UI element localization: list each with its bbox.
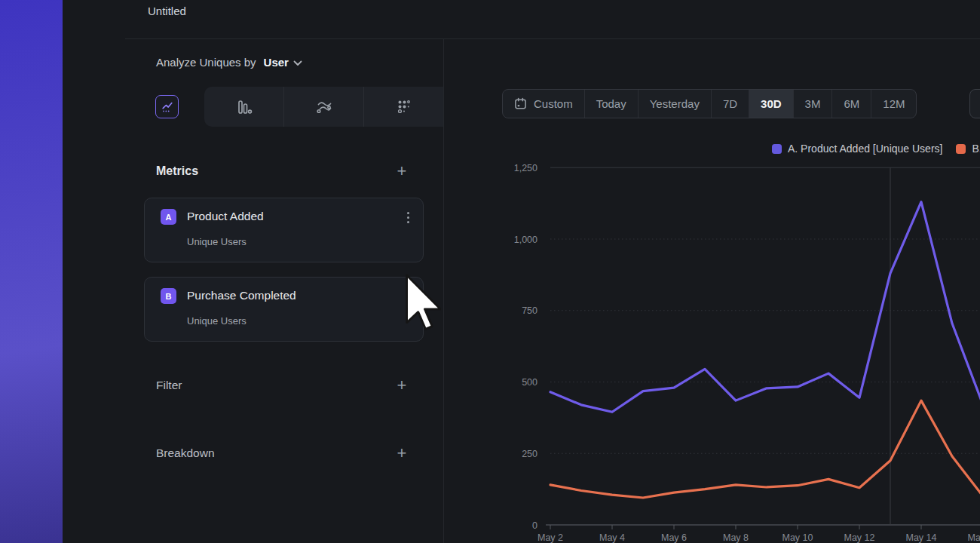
analyze-value: User: [264, 56, 289, 69]
range-custom[interactable]: Custom: [503, 90, 584, 118]
flow-icon: [315, 98, 333, 116]
range-label: 3M: [805, 97, 821, 110]
svg-text:May 10: May 10: [782, 532, 813, 543]
svg-text:May 6: May 6: [661, 532, 687, 543]
range-3m[interactable]: 3M: [793, 90, 832, 118]
bar-chart-icon: [235, 98, 253, 116]
legend-label: B. Purchase Completed [Unique Users]: [972, 143, 980, 155]
range-label: 7D: [723, 97, 737, 110]
svg-text:750: 750: [522, 305, 537, 316]
filter-section-title: Filter: [156, 379, 182, 392]
analyze-label: Analyze Uniques by: [156, 56, 256, 69]
legend-swatch-purple: [772, 144, 782, 154]
svg-text:May 16: May 16: [968, 532, 980, 543]
svg-text:500: 500: [522, 377, 537, 388]
app-window: Untitled Analyze Uniques by User: [63, 0, 980, 543]
svg-text:May 14: May 14: [906, 532, 937, 543]
tab-flow[interactable]: [283, 87, 363, 127]
range-7d[interactable]: 7D: [711, 90, 749, 118]
range-label: Yesterday: [650, 97, 700, 110]
svg-text:May 8: May 8: [723, 532, 749, 543]
breakdown-section-title: Breakdown: [156, 446, 215, 460]
metric-badge-b: B: [161, 288, 176, 304]
chart-canvas: 02505007501,0001,250May 2May 4May 6May 8…: [443, 155, 980, 543]
add-metric-button[interactable]: +: [395, 164, 409, 179]
screen: { "window": { "title": "Untitled" }, "si…: [0, 0, 980, 543]
range-today[interactable]: Today: [584, 90, 638, 118]
chevron-down-icon: [293, 60, 302, 66]
metric-name: Purchase Completed: [187, 289, 296, 302]
grid-dots-icon: [395, 98, 413, 116]
legend-item-purchase-completed[interactable]: B. Purchase Completed [Unique Users]: [956, 143, 980, 155]
metrics-section-title: Metrics: [156, 164, 198, 178]
range-6m[interactable]: 6M: [831, 90, 871, 118]
range-12m[interactable]: 12M: [871, 90, 916, 118]
analyze-uniques-dropdown[interactable]: Analyze Uniques by User: [156, 56, 302, 69]
time-range-group: Custom Today Yesterday 7D 30D 3M 6M 12M: [502, 89, 917, 118]
header-divider: [125, 38, 980, 39]
metric-badge-a: A: [161, 209, 176, 225]
tab-grid-dots[interactable]: [363, 87, 443, 127]
range-yesterday[interactable]: Yesterday: [638, 90, 711, 118]
metric-menu-button[interactable]: [406, 210, 411, 225]
line-chart-icon: [160, 100, 175, 115]
metric-name: Product Added: [187, 210, 264, 223]
legend-swatch-orange: [956, 144, 966, 154]
tab-line-chart[interactable]: [155, 95, 179, 118]
metric-subtitle: Unique Users: [187, 236, 247, 247]
range-label: 30D: [761, 97, 782, 110]
calendar-icon: [514, 97, 527, 110]
legend-item-product-added[interactable]: A. Product Added [Unique Users]: [772, 143, 942, 155]
metric-menu-button[interactable]: [406, 290, 411, 304]
range-30d[interactable]: 30D: [749, 90, 793, 118]
svg-text:May 12: May 12: [844, 532, 875, 543]
svg-text:May 2: May 2: [537, 532, 563, 543]
range-label: 12M: [883, 97, 905, 110]
report-title[interactable]: Untitled: [148, 5, 186, 17]
metric-card-purchase-completed[interactable]: B Purchase Completed Unique Users: [144, 277, 424, 342]
add-breakdown-button[interactable]: +: [395, 446, 409, 461]
add-filter-button[interactable]: +: [395, 378, 409, 393]
line-chart: 02505007501,0001,250May 2May 4May 6May 8…: [443, 155, 980, 543]
legend-label: A. Product Added [Unique Users]: [788, 143, 942, 155]
svg-text:1,000: 1,000: [514, 235, 537, 245]
range-label: Today: [596, 97, 626, 110]
svg-text:May 4: May 4: [599, 532, 625, 543]
svg-text:0: 0: [532, 520, 537, 531]
range-label: 6M: [844, 97, 859, 110]
metric-card-product-added[interactable]: A Product Added Unique Users: [144, 198, 424, 262]
range-label: Custom: [534, 97, 573, 110]
metric-subtitle: Unique Users: [187, 315, 247, 327]
tab-bar-chart[interactable]: [204, 87, 283, 127]
svg-text:1,250: 1,250: [514, 163, 537, 173]
chart-legend: A. Product Added [Unique Users] B. Purch…: [772, 143, 980, 155]
view-tabs-strip: [204, 87, 443, 127]
svg-text:250: 250: [522, 449, 537, 459]
compare-button[interactable]: Compare: [969, 89, 980, 118]
